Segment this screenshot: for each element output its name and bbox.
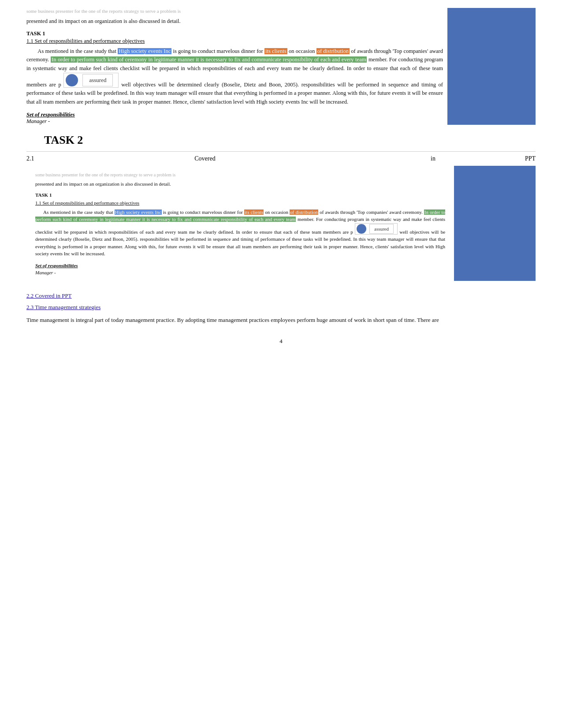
embedded-tooltip: assured xyxy=(355,223,398,235)
section-num-21: 2.1 xyxy=(26,155,53,162)
section-row-21: 2.1 Covered in PPT xyxy=(26,151,536,166)
emb-manager: Manager - xyxy=(35,269,445,276)
page-wrapper: some business presenter for the one of t… xyxy=(0,0,562,728)
embedded-presented: presented and its impact on an organizat… xyxy=(35,180,445,188)
emb-high2: its clients xyxy=(244,209,264,215)
presented-line: presented and its impact on an organizat… xyxy=(26,17,443,26)
emb-high3: of distribution xyxy=(290,209,318,215)
embedded-task1: TASK 1 xyxy=(35,191,445,199)
para-part1: As mentioned in the case study that xyxy=(37,48,118,54)
below-sections: 2.2 Covered in PPT 2.3 Time management s… xyxy=(0,285,562,329)
embedded-faded-text: some business presenter for the one of t… xyxy=(35,172,445,178)
highlight-clients: its clients xyxy=(264,48,287,54)
task1-heading: TASK 1 xyxy=(26,30,443,37)
sec23-link[interactable]: 2.3 Time management strategies xyxy=(26,304,536,311)
assured-tooltip-top: assured xyxy=(63,73,119,88)
emb-assured-text: assured xyxy=(369,224,394,234)
embedded-sub1: 1.1 Set of responsibilities and performa… xyxy=(35,199,445,207)
emb-p2: is going to conduct marvelous dinner for xyxy=(162,209,244,215)
top-doc-section: some business presenter for the one of t… xyxy=(0,0,562,129)
sub1-heading: 1.1 Set of responsibilities and performa… xyxy=(26,38,443,45)
highlight-distribution: of distribution xyxy=(316,48,350,54)
embedded-doc-sidebar xyxy=(454,166,536,281)
para-is-going: is going to conduct marvelous dinner for xyxy=(171,48,264,54)
assured-text-top: assured xyxy=(82,74,113,86)
para-occasion: on occasion xyxy=(287,48,316,54)
task2-heading: TASK 2 xyxy=(26,134,536,147)
embedded-doc-text-area: some business presenter for the one of t… xyxy=(26,166,454,281)
embedded-main-para: As mentioned in the case study that High… xyxy=(35,209,445,258)
task2-section: TASK 2 2.1 Covered in PPT some business … xyxy=(0,129,562,285)
profile-bubble-top xyxy=(66,74,78,86)
emb-p4: of awards through 'Top companies' award … xyxy=(318,209,424,215)
section-ppt-21: PPT xyxy=(509,155,536,162)
section-in-21: in xyxy=(357,155,509,162)
set-resp-heading: Set of responsibilities xyxy=(26,112,443,118)
emb-high1: High society events Inc xyxy=(115,209,162,215)
highlight-ceremony: In order to perform such kind of ceremon… xyxy=(51,56,367,63)
section-title-21: Covered xyxy=(53,155,357,162)
top-doc-text: some business presenter for the one of t… xyxy=(26,8,447,125)
sec23-body: Time management is integral part of toda… xyxy=(26,315,536,325)
page-number: 4 xyxy=(0,338,562,345)
sec22-link[interactable]: 2.2 Covered in PPT xyxy=(26,292,536,299)
emb-part1: As mentioned in the case study that xyxy=(43,209,115,215)
main-paragraph: As mentioned in the case study that High… xyxy=(26,47,443,106)
emb-profile-bubble xyxy=(357,224,366,234)
faded-top-text: some business presenter for the one of t… xyxy=(26,8,443,15)
top-doc-sidebar xyxy=(447,8,536,125)
manager-label: Manager - xyxy=(26,118,443,125)
emb-p3: on occasion xyxy=(264,209,290,215)
emb-set-resp: Set of responsibilities xyxy=(35,262,445,269)
embedded-doc-preview: some business presenter for the one of t… xyxy=(26,166,536,281)
highlight-high-society: High society events Inc xyxy=(118,48,171,54)
